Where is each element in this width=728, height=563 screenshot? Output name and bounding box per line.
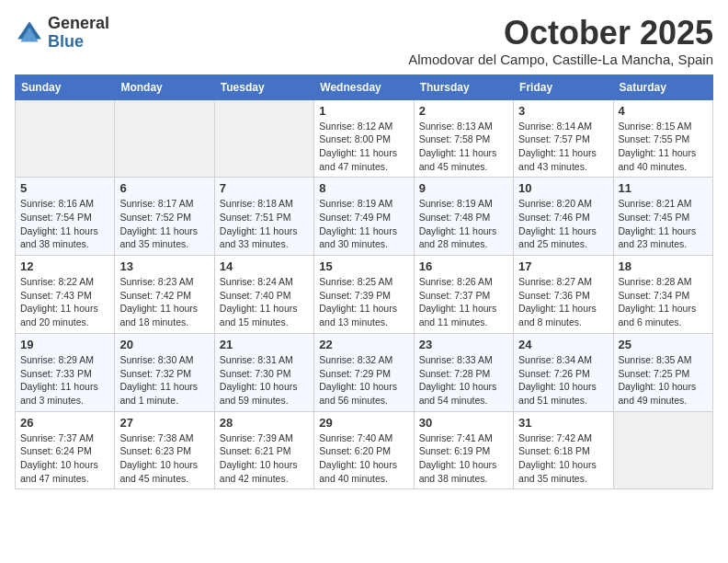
day-number: 27 [119, 416, 209, 430]
day-cell: 30Sunrise: 7:41 AMSunset: 6:19 PMDayligh… [414, 411, 513, 489]
day-cell: 2Sunrise: 8:13 AMSunset: 7:58 PMDaylight… [414, 99, 513, 178]
day-info: Sunrise: 8:25 AMSunset: 7:39 PMDaylight:… [319, 275, 408, 329]
logo-icon [15, 18, 44, 48]
day-number: 6 [119, 181, 209, 195]
day-info: Sunrise: 8:35 AMSunset: 7:25 PMDaylight:… [619, 353, 708, 408]
day-info: Sunrise: 8:14 AMSunset: 7:57 PMDaylight:… [518, 120, 608, 174]
col-header-wednesday: Wednesday [314, 75, 414, 99]
day-info: Sunrise: 8:32 AMSunset: 7:29 PMDaylight:… [319, 353, 408, 408]
day-number: 10 [518, 181, 608, 195]
day-info: Sunrise: 8:28 AMSunset: 7:34 PMDaylight:… [619, 275, 708, 329]
week-row-1: 1Sunrise: 8:12 AMSunset: 8:00 PMDaylight… [16, 99, 713, 178]
day-number: 25 [619, 338, 708, 351]
day-cell: 12Sunrise: 8:22 AMSunset: 7:43 PMDayligh… [16, 256, 115, 334]
day-cell: 28Sunrise: 7:39 AMSunset: 6:21 PMDayligh… [214, 411, 313, 489]
day-number: 13 [119, 259, 209, 273]
title-section: October 2025 Almodovar del Campo, Castil… [408, 15, 713, 67]
col-header-sunday: Sunday [16, 75, 115, 99]
day-info: Sunrise: 8:12 AMSunset: 8:00 PMDaylight:… [319, 120, 408, 174]
day-info: Sunrise: 8:16 AMSunset: 7:54 PMDaylight:… [20, 197, 109, 251]
day-number: 3 [518, 104, 608, 118]
day-number: 17 [518, 259, 608, 273]
day-info: Sunrise: 8:13 AMSunset: 7:58 PMDaylight:… [419, 120, 508, 174]
logo-blue: Blue [48, 33, 109, 52]
day-info: Sunrise: 8:33 AMSunset: 7:28 PMDaylight:… [419, 353, 508, 408]
day-cell [16, 99, 115, 178]
day-info: Sunrise: 8:23 AMSunset: 7:42 PMDaylight:… [119, 275, 209, 329]
day-cell: 27Sunrise: 7:38 AMSunset: 6:23 PMDayligh… [115, 411, 214, 489]
week-row-4: 19Sunrise: 8:29 AMSunset: 7:33 PMDayligh… [16, 333, 713, 411]
day-number: 7 [220, 181, 309, 195]
page-header: General Blue October 2025 Almodovar del … [15, 15, 713, 67]
day-number: 4 [619, 104, 708, 118]
day-info: Sunrise: 8:27 AMSunset: 7:36 PMDaylight:… [518, 275, 608, 329]
day-number: 31 [518, 416, 608, 430]
col-header-monday: Monday [115, 75, 214, 99]
day-info: Sunrise: 7:38 AMSunset: 6:23 PMDaylight:… [119, 431, 209, 486]
day-cell [214, 99, 313, 178]
day-cell: 25Sunrise: 8:35 AMSunset: 7:25 PMDayligh… [613, 333, 712, 411]
day-cell: 15Sunrise: 8:25 AMSunset: 7:39 PMDayligh… [314, 256, 414, 334]
day-number: 20 [119, 338, 209, 351]
day-cell: 23Sunrise: 8:33 AMSunset: 7:28 PMDayligh… [414, 333, 513, 411]
day-cell: 18Sunrise: 8:28 AMSunset: 7:34 PMDayligh… [613, 256, 712, 334]
week-row-2: 5Sunrise: 8:16 AMSunset: 7:54 PMDaylight… [16, 178, 713, 256]
day-number: 1 [319, 104, 408, 118]
day-number: 22 [319, 338, 408, 351]
day-cell [613, 411, 712, 489]
day-cell: 16Sunrise: 8:26 AMSunset: 7:37 PMDayligh… [414, 256, 513, 334]
week-row-3: 12Sunrise: 8:22 AMSunset: 7:43 PMDayligh… [16, 256, 713, 334]
day-cell [115, 99, 214, 178]
header-row: SundayMondayTuesdayWednesdayThursdayFrid… [16, 75, 713, 99]
day-info: Sunrise: 8:18 AMSunset: 7:51 PMDaylight:… [220, 197, 309, 251]
col-header-saturday: Saturday [613, 75, 712, 99]
day-info: Sunrise: 8:21 AMSunset: 7:45 PMDaylight:… [619, 197, 708, 251]
day-cell: 7Sunrise: 8:18 AMSunset: 7:51 PMDaylight… [214, 178, 313, 256]
day-info: Sunrise: 8:19 AMSunset: 7:49 PMDaylight:… [319, 197, 408, 251]
day-info: Sunrise: 8:15 AMSunset: 7:55 PMDaylight:… [619, 120, 708, 174]
day-cell: 29Sunrise: 7:40 AMSunset: 6:20 PMDayligh… [314, 411, 414, 489]
day-cell: 6Sunrise: 8:17 AMSunset: 7:52 PMDaylight… [115, 178, 214, 256]
day-info: Sunrise: 7:37 AMSunset: 6:24 PMDaylight:… [20, 431, 109, 486]
day-number: 14 [220, 259, 309, 273]
day-info: Sunrise: 8:22 AMSunset: 7:43 PMDaylight:… [20, 275, 109, 329]
day-cell: 5Sunrise: 8:16 AMSunset: 7:54 PMDaylight… [16, 178, 115, 256]
day-number: 15 [319, 259, 408, 273]
calendar-table: SundayMondayTuesdayWednesdayThursdayFrid… [15, 75, 713, 490]
day-info: Sunrise: 7:40 AMSunset: 6:20 PMDaylight:… [319, 431, 408, 486]
month-title: October 2025 [408, 15, 713, 52]
day-number: 12 [20, 259, 109, 273]
logo: General Blue [15, 15, 109, 52]
day-info: Sunrise: 8:31 AMSunset: 7:30 PMDaylight:… [220, 353, 309, 408]
col-header-tuesday: Tuesday [214, 75, 313, 99]
day-cell: 31Sunrise: 7:42 AMSunset: 6:18 PMDayligh… [514, 411, 613, 489]
day-cell: 17Sunrise: 8:27 AMSunset: 7:36 PMDayligh… [514, 256, 613, 334]
day-cell: 4Sunrise: 8:15 AMSunset: 7:55 PMDaylight… [613, 99, 712, 178]
day-info: Sunrise: 8:30 AMSunset: 7:32 PMDaylight:… [119, 353, 209, 408]
day-cell: 22Sunrise: 8:32 AMSunset: 7:29 PMDayligh… [314, 333, 414, 411]
day-number: 18 [619, 259, 708, 273]
day-number: 2 [419, 104, 508, 118]
day-info: Sunrise: 8:26 AMSunset: 7:37 PMDaylight:… [419, 275, 508, 329]
day-number: 9 [419, 181, 508, 195]
day-number: 29 [319, 416, 408, 430]
week-row-5: 26Sunrise: 7:37 AMSunset: 6:24 PMDayligh… [16, 411, 713, 489]
col-header-friday: Friday [514, 75, 613, 99]
day-info: Sunrise: 8:34 AMSunset: 7:26 PMDaylight:… [518, 353, 608, 408]
day-number: 23 [419, 338, 508, 351]
logo-text: General Blue [48, 15, 109, 52]
day-info: Sunrise: 8:19 AMSunset: 7:48 PMDaylight:… [419, 197, 508, 251]
logo-general: General [48, 15, 109, 33]
day-cell: 10Sunrise: 8:20 AMSunset: 7:46 PMDayligh… [514, 178, 613, 256]
day-number: 8 [319, 181, 408, 195]
day-number: 11 [619, 181, 708, 195]
day-number: 16 [419, 259, 508, 273]
day-number: 26 [20, 416, 109, 430]
day-info: Sunrise: 8:29 AMSunset: 7:33 PMDaylight:… [20, 353, 109, 408]
day-number: 19 [20, 338, 109, 351]
day-cell: 3Sunrise: 8:14 AMSunset: 7:57 PMDaylight… [514, 99, 613, 178]
day-info: Sunrise: 7:41 AMSunset: 6:19 PMDaylight:… [419, 431, 508, 486]
day-number: 30 [419, 416, 508, 430]
day-info: Sunrise: 7:39 AMSunset: 6:21 PMDaylight:… [220, 431, 309, 486]
day-info: Sunrise: 8:20 AMSunset: 7:46 PMDaylight:… [518, 197, 608, 251]
